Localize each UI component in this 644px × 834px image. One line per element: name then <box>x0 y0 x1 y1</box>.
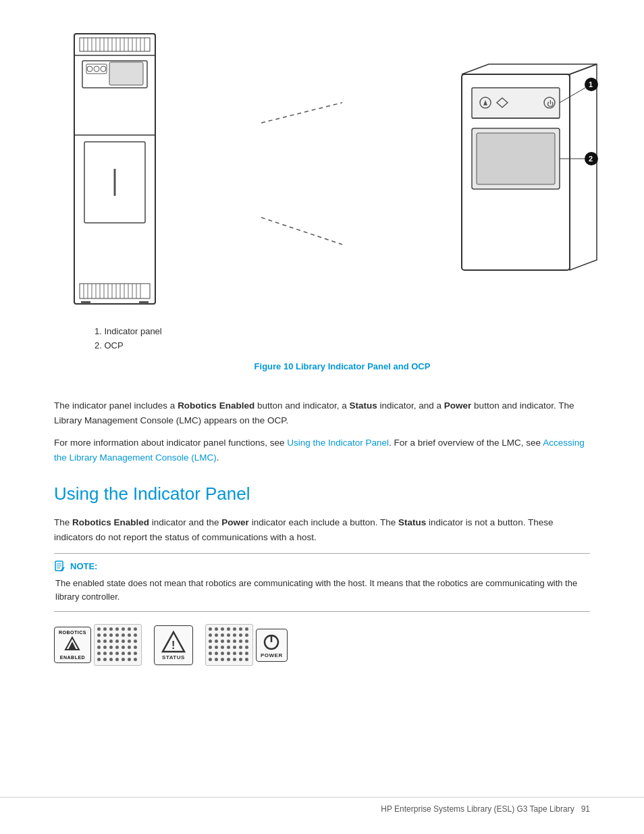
svg-point-23 <box>101 66 106 72</box>
robotics-enabled-indicator: ROBOTICS ENABLED <box>54 627 91 663</box>
svg-marker-70 <box>60 567 65 571</box>
svg-line-47 <box>261 217 342 244</box>
indicator-row: ROBOTICS ENABLED ! STATUS <box>54 624 590 666</box>
svg-marker-49 <box>570 64 597 270</box>
svg-rect-45 <box>139 301 149 304</box>
svg-rect-24 <box>109 62 143 85</box>
svg-text:1: 1 <box>589 80 593 88</box>
bold-status: Status <box>350 400 377 411</box>
status-label: STATUS <box>162 654 185 660</box>
svg-marker-50 <box>462 64 597 74</box>
footer-text: HP Enterprise Systems Library (ESL) G3 T… <box>381 804 574 814</box>
bold-robotics-enabled: Robotics Enabled <box>178 400 254 411</box>
svg-rect-20 <box>86 64 107 74</box>
svg-point-22 <box>94 66 99 72</box>
figure-caption[interactable]: Figure 10 Library Indicator Panel and OC… <box>214 361 431 371</box>
caption-item-2: 2. OCP <box>95 340 590 350</box>
note-box: NOTE: The enabled state does not mean th… <box>54 553 590 613</box>
page-container: ⏻ 1 2 <box>0 0 644 834</box>
link-indicator-panel[interactable]: Using the Indicator Panel <box>287 438 389 448</box>
page-footer: HP Enterprise Systems Library (ESL) G3 T… <box>0 797 644 814</box>
svg-text:!: ! <box>171 640 175 651</box>
library-unit-diagram <box>68 27 162 313</box>
power-label: POWER <box>261 652 283 658</box>
note-label: NOTE: <box>70 561 97 571</box>
section-bold-power: Power <box>221 517 249 527</box>
svg-text:2: 2 <box>589 155 593 163</box>
svg-rect-59 <box>477 133 555 184</box>
robotics-label-top: ROBOTICS <box>59 630 86 635</box>
caption-item-1: 1. Indicator panel <box>95 326 590 336</box>
closeup-panel-diagram: ⏻ 1 2 <box>441 54 590 286</box>
section-bold-status: Status <box>398 517 426 527</box>
section-para-1: The Robotics Enabled indicator and the P… <box>54 515 590 544</box>
body-para-2: For more information about indicator pan… <box>54 436 590 465</box>
note-text: The enabled state does not mean that rob… <box>54 577 590 605</box>
figure-area: ⏻ 1 2 <box>54 27 590 385</box>
svg-point-21 <box>87 66 92 72</box>
bold-power: Power <box>444 400 472 411</box>
diagram-row: ⏻ 1 2 <box>54 27 590 313</box>
caption-list: 1. Indicator panel 2. OCP <box>54 326 590 355</box>
svg-rect-1 <box>80 38 150 51</box>
section-heading: Using the Indicator Panel <box>54 484 590 504</box>
dashed-lines <box>176 69 428 271</box>
svg-line-46 <box>261 103 342 123</box>
note-icon <box>54 561 66 573</box>
section-bold-robotics: Robotics Enabled <box>72 517 149 527</box>
power-indicator: POWER <box>256 629 288 662</box>
body-para-1: The indicator panel includes a Robotics … <box>54 398 590 427</box>
status-indicator: ! STATUS <box>154 625 193 665</box>
svg-text:⏻: ⏻ <box>547 100 554 107</box>
robotics-label-bottom: ENABLED <box>60 655 85 660</box>
svg-rect-44 <box>81 301 90 304</box>
svg-line-62 <box>560 88 585 103</box>
svg-rect-28 <box>80 284 150 298</box>
note-header: NOTE: <box>54 561 590 573</box>
footer-page: 91 <box>581 804 590 814</box>
